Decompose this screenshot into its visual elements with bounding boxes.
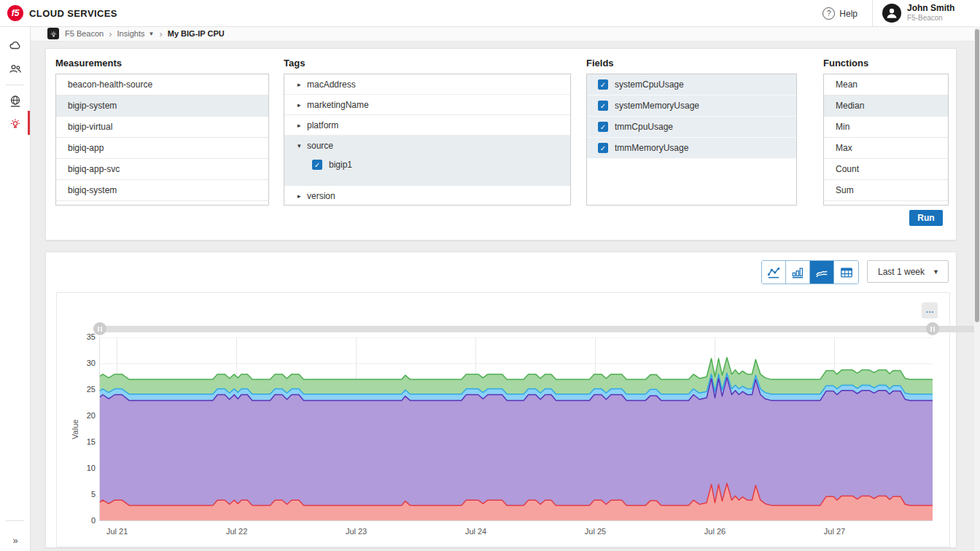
- tag-value-bigip1[interactable]: ✓bigip1: [284, 155, 570, 174]
- sidebar-item-beacon[interactable]: [0, 112, 30, 134]
- caret-right-icon: ▸: [298, 122, 307, 129]
- checkbox-bigip1[interactable]: ✓: [312, 160, 322, 170]
- cloud-icon: [8, 39, 23, 53]
- y-tick-label: 20: [74, 411, 96, 420]
- measurement-item-bigip-virtual[interactable]: bigip-virtual: [56, 117, 268, 138]
- run-button[interactable]: Run: [909, 210, 943, 226]
- sidebar-item-cloud[interactable]: [0, 35, 30, 57]
- caret-right-icon: ▸: [298, 192, 307, 200]
- y-tick-label: 0: [74, 516, 96, 525]
- tag-item-source[interactable]: ▾source: [284, 136, 570, 155]
- tags-list: ▸macAddress▸marketingName▸platform▾sourc…: [284, 74, 571, 206]
- scrollbar-thumb[interactable]: [975, 29, 979, 322]
- field-item-systemMemoryUsage[interactable]: ✓systemMemoryUsage: [587, 95, 796, 117]
- user-menu[interactable]: John Smith F5-Beacon: [882, 4, 954, 23]
- table-view-button[interactable]: [834, 261, 858, 284]
- tag-item-version[interactable]: ▸version: [284, 186, 570, 206]
- breadcrumb-item-insights[interactable]: Insights: [117, 29, 145, 38]
- field-item-tmmMemoryUsage[interactable]: ✓tmmMemoryUsage: [587, 138, 796, 159]
- tag-item-marketingName[interactable]: ▸marketingName: [284, 95, 570, 115]
- area-chart-icon: [815, 266, 828, 279]
- query-builder-card: Measurements Tags Fields Functions beaco…: [45, 48, 957, 241]
- tag-item-platform[interactable]: ▸platform: [284, 115, 570, 136]
- bar-chart-icon: [791, 266, 804, 279]
- fields-title: Fields: [586, 58, 614, 69]
- tag-group-macAddress: ▸macAddress: [284, 74, 570, 95]
- sidebar-item-dns[interactable]: [0, 90, 30, 112]
- measurement-item-beacon-health-source[interactable]: beacon-health-source: [56, 74, 268, 95]
- main-content: Measurements Tags Fields Functions beaco…: [30, 42, 974, 551]
- functions-list: MeanMedianMinMaxCountSum: [823, 74, 949, 206]
- breadcrumb-current-page: My BIG-IP CPU: [168, 29, 225, 38]
- function-item-Mean[interactable]: Mean: [824, 74, 948, 95]
- tag-item-macAddress[interactable]: ▸macAddress: [284, 74, 570, 95]
- functions-title: Functions: [823, 58, 868, 69]
- chevron-right-icon: ›: [109, 29, 112, 39]
- function-item-Count[interactable]: Count: [824, 159, 948, 180]
- checkbox-systemMemoryUsage[interactable]: ✓: [598, 101, 608, 111]
- measurement-item-bigiq-system[interactable]: bigiq-system: [56, 180, 268, 201]
- breadcrumb-item-f5-beacon[interactable]: F5 Beacon: [65, 29, 104, 38]
- help-label: Help: [839, 9, 858, 19]
- field-label: systemMemoryUsage: [615, 101, 699, 111]
- tag-label: source: [307, 141, 333, 151]
- y-tick-label: 35: [74, 332, 96, 341]
- screen: f5 CLOUD SERVICES ? Help John Smith F5-B…: [0, 0, 980, 551]
- x-tick-label: Jul 24: [458, 527, 494, 536]
- x-tick-label: Jul 25: [578, 527, 614, 536]
- sidebar: »: [0, 26, 31, 551]
- top-bar: f5 CLOUD SERVICES ? Help John Smith F5-B…: [0, 0, 980, 27]
- function-item-Max[interactable]: Max: [824, 138, 948, 159]
- line-chart-view-button[interactable]: [762, 261, 786, 284]
- beacon-icon: [8, 116, 23, 130]
- tag-value-label: bigip1: [329, 160, 352, 170]
- checkbox-tmmCpuUsage[interactable]: ✓: [598, 122, 608, 132]
- x-tick-label: Jul 26: [697, 527, 734, 536]
- area-chart-view-button[interactable]: [810, 261, 834, 284]
- field-item-systemCpuUsage[interactable]: ✓systemCpuUsage: [587, 74, 796, 95]
- function-item-Sum[interactable]: Sum: [824, 180, 948, 201]
- function-item-Min[interactable]: Min: [824, 117, 948, 138]
- active-nav-indicator: [28, 111, 30, 135]
- caret-down-icon: ▾: [298, 142, 307, 149]
- y-tick-label: 15: [74, 437, 96, 446]
- slider-handle-right[interactable]: [926, 322, 939, 335]
- sidebar-divider: [6, 85, 24, 85]
- chart-more-options-button[interactable]: ...: [922, 302, 938, 319]
- tags-title: Tags: [284, 58, 305, 69]
- header-divider: [872, 0, 873, 26]
- caret-down-icon: ▼: [933, 268, 939, 276]
- function-item-Median[interactable]: Median: [824, 95, 948, 117]
- brand-title: CLOUD SERVICES: [29, 8, 117, 19]
- measurement-item-bigiq-app-svc[interactable]: bigiq-app-svc: [56, 159, 268, 180]
- caret-right-icon: ▸: [298, 101, 307, 109]
- fields-list: ✓systemCpuUsage✓systemMemoryUsage✓tmmCpu…: [586, 74, 797, 206]
- help-button[interactable]: ? Help: [822, 7, 858, 20]
- users-icon: [8, 62, 23, 77]
- time-range-slider[interactable]: [100, 326, 978, 332]
- user-name: John Smith: [907, 4, 954, 14]
- sidebar-expand-button[interactable]: »: [0, 529, 30, 551]
- chevrons-right-icon: »: [12, 535, 17, 546]
- beacon-app-icon: [47, 28, 59, 39]
- scrollbar-track[interactable]: [974, 26, 980, 551]
- time-range-dropdown[interactable]: Last 1 week ▼: [867, 260, 949, 283]
- area-chart[interactable]: [99, 337, 933, 521]
- checkbox-systemCpuUsage[interactable]: ✓: [598, 79, 608, 90]
- tag-label: platform: [307, 120, 338, 130]
- f5-logo-icon: f5: [7, 5, 23, 21]
- caret-down-icon[interactable]: ▼: [148, 31, 154, 37]
- checkbox-tmmMemoryUsage[interactable]: ✓: [598, 143, 608, 153]
- measurement-item-bigip-system[interactable]: bigip-system: [56, 95, 268, 117]
- avatar: [882, 4, 901, 23]
- field-item-tmmCpuUsage[interactable]: ✓tmmCpuUsage: [587, 117, 796, 138]
- bar-chart-view-button[interactable]: [786, 261, 810, 284]
- tag-group-version: ▸version: [284, 186, 570, 206]
- measurement-item-bigiq-app[interactable]: bigiq-app: [56, 138, 268, 159]
- field-label: tmmCpuUsage: [615, 122, 673, 132]
- y-axis-label: Value: [71, 419, 79, 439]
- y-tick-label: 10: [74, 464, 96, 472]
- sidebar-item-users[interactable]: [0, 58, 30, 80]
- line-chart-icon: [767, 266, 780, 279]
- x-tick-label: Jul 23: [338, 527, 375, 536]
